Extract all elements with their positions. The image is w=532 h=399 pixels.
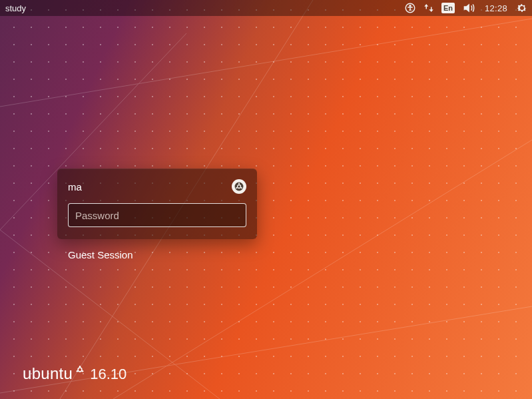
clock[interactable]: 12:28 xyxy=(483,0,509,16)
hostname-label: study xyxy=(5,3,26,13)
top-panel: study En 12:28 xyxy=(0,0,532,16)
brand-name: ubuntu xyxy=(23,364,73,383)
svg-point-13 xyxy=(78,368,82,372)
guest-session[interactable]: Guest Session xyxy=(68,249,133,260)
network-icon[interactable] xyxy=(423,0,435,16)
indicator-area: En 12:28 xyxy=(404,0,528,16)
svg-point-15 xyxy=(82,370,83,372)
svg-point-11 xyxy=(241,187,242,189)
brand-version: 16.10 xyxy=(90,366,127,383)
volume-icon[interactable] xyxy=(461,0,476,16)
language-indicator[interactable]: En xyxy=(441,0,455,16)
ubuntu-branding: ubuntu 16.10 xyxy=(23,364,127,383)
login-box: ma xyxy=(57,169,257,239)
svg-point-10 xyxy=(238,183,240,184)
selected-username: ma xyxy=(68,181,82,193)
svg-point-12 xyxy=(236,187,237,189)
svg-point-16 xyxy=(77,370,78,372)
settings-gear-icon[interactable] xyxy=(516,0,528,16)
language-label: En xyxy=(441,3,455,13)
ubuntu-cof-icon xyxy=(75,365,85,374)
session-selector[interactable] xyxy=(232,179,246,194)
svg-line-2 xyxy=(0,19,532,107)
svg-point-7 xyxy=(409,5,411,7)
accessibility-icon[interactable] xyxy=(404,0,416,16)
ubuntu-cof-icon xyxy=(234,182,244,191)
svg-point-14 xyxy=(79,366,81,367)
password-input[interactable] xyxy=(68,203,246,227)
